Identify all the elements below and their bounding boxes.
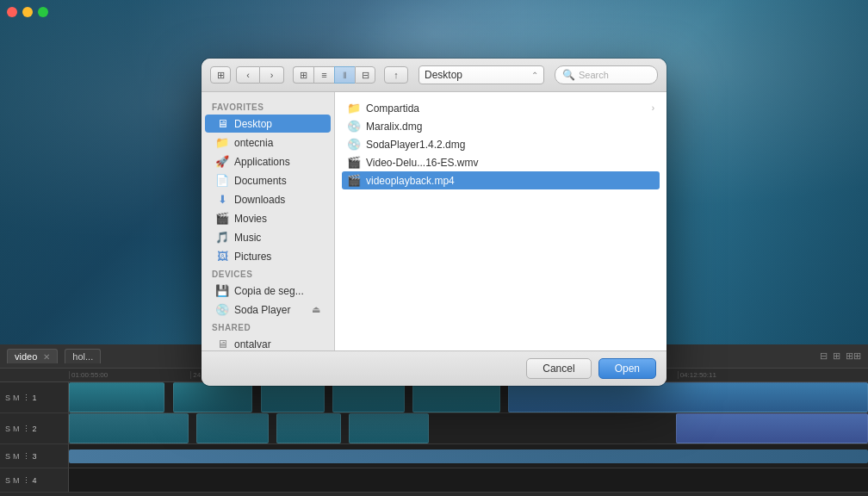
cancel-button[interactable]: Cancel (526, 358, 591, 379)
file-name: Video-Delu...16-ES.wmv (366, 157, 479, 169)
sidebar-item-label: ontecnia (234, 137, 273, 149)
file-item-compartida[interactable]: 📁 Compartida › (342, 99, 660, 117)
open-dialog: ⊞ ‹ › ⊞ ≡ ⫴ ⊟ ↑ Desktop ⌃ 🔍 Search (202, 59, 666, 386)
file-name: videoplayback.mp4 (366, 175, 455, 187)
list-view-button[interactable]: ≡ (313, 66, 334, 84)
dmg-icon: 💿 (347, 138, 361, 151)
file-name: SodaPlayer1.4.2.dmg (366, 139, 465, 151)
sidebar-item-label: Soda Player (234, 304, 290, 316)
sidebar-item-ontalvar[interactable]: 🖥 ontalvar (205, 335, 331, 350)
sidebar-item-label: Documents (234, 175, 287, 187)
disc-icon: 💿 (215, 303, 229, 316)
favorites-label: Favorites (202, 99, 334, 114)
panel-toggle-button[interactable]: ⊞ (210, 66, 231, 84)
sidebar-item-music[interactable]: 🎵 Music (205, 228, 331, 246)
arrow-icon: › (652, 103, 654, 113)
search-box[interactable]: 🔍 Search (555, 65, 658, 84)
pictures-icon: 🖼 (215, 250, 229, 263)
drive-icon: 💾 (215, 284, 229, 297)
sidebar-item-label: Movies (234, 213, 267, 225)
dialog-sidebar: Favorites 🖥 Desktop 📁 ontecnia 🚀 Applica… (202, 92, 335, 350)
column-view-button[interactable]: ⫴ (334, 66, 355, 84)
sidebar-item-ontecnia[interactable]: 📁 ontecnia (205, 133, 331, 152)
sidebar-item-label: ontalvar (234, 338, 271, 350)
movies-icon: 🎬 (215, 212, 229, 225)
sidebar-item-label: Copia de seg... (234, 285, 304, 297)
dialog-overlay: ⊞ ‹ › ⊞ ≡ ⫴ ⊟ ↑ Desktop ⌃ 🔍 Search (0, 0, 868, 496)
video-icon: 🎬 (347, 174, 361, 187)
dialog-body: Favorites 🖥 Desktop 📁 ontecnia 🚀 Applica… (202, 92, 666, 350)
downloads-icon: ⬇ (215, 193, 229, 206)
view-buttons: ⊞ ≡ ⫴ ⊟ (293, 66, 375, 84)
file-item-sodaplayer[interactable]: 💿 SodaPlayer1.4.2.dmg (342, 135, 660, 153)
file-list: 📁 Compartida › 💿 Maralix.dmg 💿 SodaPlaye… (335, 92, 666, 350)
file-item-videodelu[interactable]: 🎬 Video-Delu...16-ES.wmv (342, 153, 660, 171)
sidebar-item-downloads[interactable]: ⬇ Downloads (205, 190, 331, 208)
desktop-icon: 🖥 (215, 117, 229, 130)
sidebar-item-label: Applications (234, 156, 290, 168)
search-placeholder: Search (579, 70, 609, 80)
gallery-view-button[interactable]: ⊟ (355, 66, 375, 84)
network-icon: 🖥 (215, 338, 229, 350)
sidebar-item-applications[interactable]: 🚀 Applications (205, 152, 331, 170)
sidebar-item-label: Music (234, 232, 261, 244)
dmg-icon: 💿 (347, 120, 361, 133)
sidebar-item-label: Pictures (234, 251, 271, 263)
file-item-videoplayback[interactable]: 🎬 videoplayback.mp4 (342, 171, 660, 189)
location-text: Desktop (425, 69, 462, 81)
music-icon: 🎵 (215, 231, 229, 244)
devices-label: Devices (202, 266, 334, 281)
sidebar-item-documents[interactable]: 📄 Documents (205, 171, 331, 189)
sidebar-item-backup[interactable]: 💾 Copia de seg... (205, 282, 331, 300)
search-icon: 🔍 (562, 69, 575, 81)
shared-label: Shared (202, 319, 334, 334)
back-button[interactable]: ‹ (236, 66, 260, 84)
documents-icon: 📄 (215, 174, 229, 187)
nav-buttons: ‹ › (236, 66, 284, 84)
sidebar-item-label: Desktop (234, 118, 272, 130)
eject-icon[interactable]: ⏏ (312, 304, 320, 315)
sidebar-item-movies[interactable]: 🎬 Movies (205, 209, 331, 227)
file-item-maralix[interactable]: 💿 Maralix.dmg (342, 117, 660, 135)
dialog-footer: Cancel Open (202, 350, 666, 386)
icon-view-button[interactable]: ⊞ (293, 66, 313, 84)
sidebar-item-sodaplayer[interactable]: 💿 Soda Player ⏏ (205, 301, 331, 319)
location-chevron-icon: ⌃ (531, 71, 538, 80)
file-name: Compartida (366, 102, 419, 115)
open-button[interactable]: Open (598, 358, 656, 379)
sidebar-item-pictures[interactable]: 🖼 Pictures (205, 247, 331, 265)
applications-icon: 🚀 (215, 155, 229, 168)
location-bar[interactable]: Desktop ⌃ (418, 65, 544, 84)
sidebar-item-desktop[interactable]: 🖥 Desktop (205, 115, 331, 133)
dialog-toolbar: ⊞ ‹ › ⊞ ≡ ⫴ ⊟ ↑ Desktop ⌃ 🔍 Search (202, 59, 666, 92)
file-name: Maralix.dmg (366, 121, 422, 133)
share-button[interactable]: ↑ (384, 66, 408, 84)
folder-icon: 📁 (347, 102, 361, 115)
video-icon: 🎬 (347, 156, 361, 169)
forward-button[interactable]: › (260, 66, 284, 84)
folder-icon: 📁 (215, 136, 229, 149)
sidebar-item-label: Downloads (234, 194, 285, 206)
